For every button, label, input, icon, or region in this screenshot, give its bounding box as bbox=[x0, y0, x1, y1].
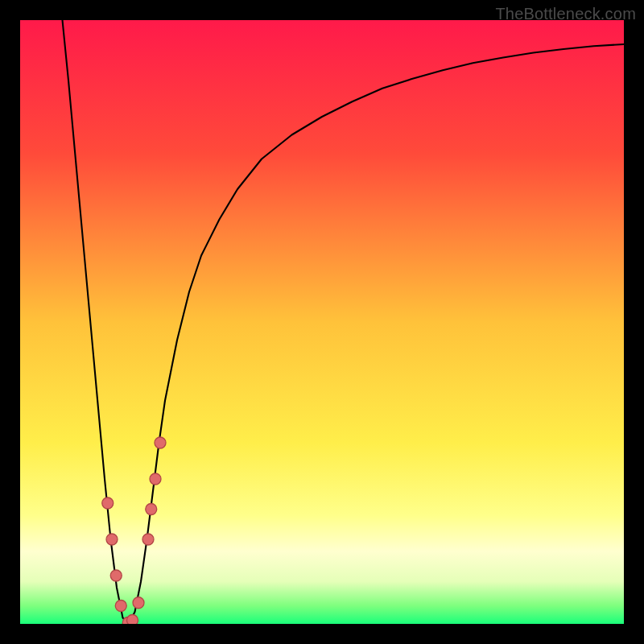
watermark-text: TheBottleneck.com bbox=[495, 5, 636, 23]
data-marker bbox=[142, 534, 154, 545]
data-marker bbox=[155, 437, 166, 448]
plot-area bbox=[20, 20, 624, 624]
bottleneck-chart bbox=[20, 20, 624, 624]
data-marker bbox=[115, 601, 126, 612]
chart-frame: TheBottleneck.com bbox=[0, 0, 644, 644]
data-marker bbox=[110, 570, 122, 581]
data-marker bbox=[106, 534, 118, 545]
data-marker bbox=[127, 615, 138, 625]
data-marker bbox=[102, 497, 114, 509]
data-marker bbox=[146, 504, 157, 515]
data-marker bbox=[150, 473, 161, 485]
data-marker bbox=[133, 597, 144, 609]
